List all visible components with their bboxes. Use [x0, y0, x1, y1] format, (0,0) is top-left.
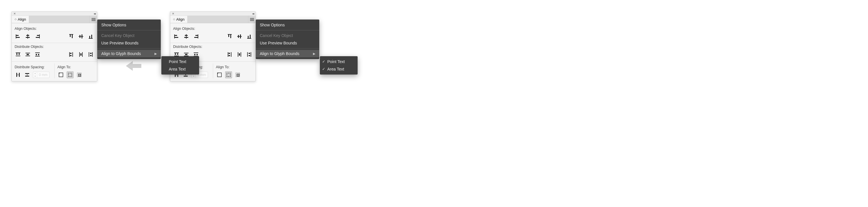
sort-icon: ◇	[14, 18, 17, 21]
close-icon[interactable]: ✕	[13, 12, 16, 15]
submenu-arrow-icon: ▶	[313, 52, 315, 56]
flyout-menu-button[interactable]	[248, 16, 255, 23]
align-bottom-button[interactable]	[87, 33, 94, 40]
sort-icon: ◇	[173, 18, 175, 21]
step-down-icon[interactable]: ▾	[192, 75, 195, 78]
tab-label: Align	[18, 17, 26, 22]
label-align-to: Align To:	[216, 65, 253, 69]
step-down-icon[interactable]: ▾	[33, 75, 37, 78]
label-align-objects: Align Objects:	[14, 27, 94, 31]
distribute-left-button[interactable]	[226, 51, 233, 58]
label-distribute-spacing: Distribute Spacing:	[14, 65, 52, 69]
distribute-top-button[interactable]	[14, 51, 22, 58]
check-icon: ✓	[322, 59, 325, 63]
menu-cancel-key-object: Cancel Key Object	[256, 32, 319, 39]
glyph-bounds-submenu: ✓ Point Text ✓ Area Text	[320, 56, 358, 75]
label-align-objects: Align Objects:	[173, 27, 253, 31]
panel-tabbar: ◇ Align	[12, 16, 97, 23]
step-up-icon[interactable]: ▴	[33, 72, 37, 75]
tab-align[interactable]: ◇ Align	[170, 16, 188, 23]
spacing-value-stepper[interactable]: ▴▾ 0 mm	[33, 72, 50, 78]
align-panel: ✕ ◂◂ ◇ Align Align Objects:	[11, 11, 97, 81]
collapse-icon[interactable]: ◂◂	[252, 12, 254, 15]
panel-title-bar: ✕ ◂◂	[12, 12, 97, 16]
panel-tabbar: ◇ Align	[170, 16, 255, 23]
tab-label: Align	[176, 17, 185, 22]
distribute-right-button[interactable]	[87, 51, 94, 58]
align-left-button[interactable]	[173, 33, 180, 40]
panel-title-bar: ✕ ◂◂	[170, 12, 255, 16]
align-top-button[interactable]	[226, 33, 233, 40]
distribute-left-button[interactable]	[68, 51, 75, 58]
label-distribute-objects: Distribute Objects:	[14, 45, 94, 49]
submenu-area-text[interactable]: Area Text	[161, 66, 199, 73]
align-v-center-button[interactable]	[236, 33, 243, 40]
distribute-h-center-button[interactable]	[78, 51, 84, 58]
arrow-left-icon	[126, 60, 141, 72]
align-panel-stage-before: ✕ ◂◂ ◇ Align Align Objects:	[11, 11, 97, 81]
align-h-center-button[interactable]	[183, 33, 190, 40]
menu-show-options[interactable]: Show Options	[256, 21, 319, 29]
menu-icon	[250, 18, 254, 21]
menu-cancel-key-object: Cancel Key Object	[97, 32, 161, 39]
label-align-to: Align To:	[58, 65, 94, 69]
align-to-selection-button[interactable]	[67, 71, 73, 78]
glyph-bounds-submenu: Point Text Area Text	[161, 56, 199, 75]
spacing-value: 0 mm	[37, 73, 49, 77]
submenu-area-text[interactable]: ✓ Area Text	[320, 66, 358, 73]
collapse-icon[interactable]: ◂◂	[94, 12, 95, 15]
panel-flyout-menu: Show Options Cancel Key Object Use Previ…	[97, 20, 161, 59]
align-top-button[interactable]	[68, 33, 75, 40]
align-to-key-object-button[interactable]	[76, 71, 83, 78]
submenu-arrow-icon: ▶	[154, 52, 157, 56]
distribute-spacing-h-button[interactable]	[24, 71, 31, 78]
menu-icon	[92, 18, 96, 21]
align-right-button[interactable]	[34, 33, 41, 40]
align-to-artboard-button[interactable]	[216, 71, 223, 78]
align-h-center-button[interactable]	[24, 33, 31, 40]
distribute-bottom-button[interactable]	[34, 51, 41, 58]
distribute-v-center-button[interactable]	[24, 51, 31, 58]
submenu-point-text[interactable]: ✓ Point Text	[320, 58, 358, 66]
tab-align[interactable]: ◇ Align	[12, 16, 29, 23]
align-bottom-button[interactable]	[246, 33, 253, 40]
align-to-artboard-button[interactable]	[58, 71, 64, 78]
check-icon: ✓	[322, 67, 325, 71]
align-v-center-button[interactable]	[78, 33, 84, 40]
align-to-selection-button[interactable]	[225, 71, 232, 78]
flyout-menu-button[interactable]	[90, 16, 97, 23]
panel-flyout-menu: Show Options Cancel Key Object Use Previ…	[256, 20, 319, 59]
distribute-h-center-button[interactable]	[236, 51, 243, 58]
menu-use-preview-bounds[interactable]: Use Preview Bounds	[97, 39, 161, 47]
close-icon[interactable]: ✕	[172, 12, 174, 15]
menu-align-to-glyph-bounds[interactable]: Align to Glyph Bounds ▶	[97, 50, 161, 57]
distribute-spacing-v-button[interactable]	[14, 71, 22, 78]
align-to-key-object-button[interactable]	[234, 71, 241, 78]
submenu-point-text[interactable]: Point Text	[161, 58, 199, 66]
label-distribute-objects: Distribute Objects:	[173, 45, 253, 49]
distribute-right-button[interactable]	[246, 51, 253, 58]
menu-align-to-glyph-bounds[interactable]: Align to Glyph Bounds ▶	[256, 50, 319, 57]
menu-show-options[interactable]: Show Options	[97, 21, 161, 29]
align-left-button[interactable]	[14, 33, 22, 40]
menu-use-preview-bounds[interactable]: Use Preview Bounds	[256, 39, 319, 47]
align-right-button[interactable]	[192, 33, 199, 40]
